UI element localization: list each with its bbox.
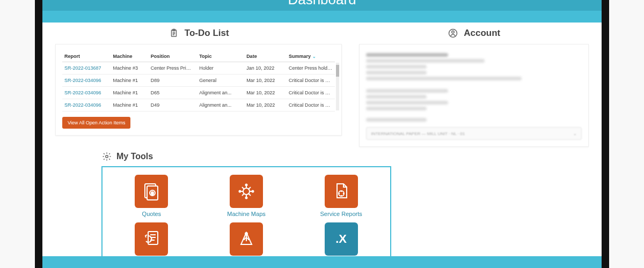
tool-label: Service Reports: [320, 211, 362, 217]
redacted-text: [366, 107, 426, 110]
todo-title: To-Do List: [185, 28, 229, 39]
tool-machine-maps[interactable]: Machine Maps: [213, 175, 281, 217]
tools-card: $ Quotes Machine Maps Service Reports: [101, 166, 391, 268]
todo-header: To-Do List: [55, 28, 342, 39]
todo-table: Report Machine Position Topic Date Summa…: [62, 51, 335, 111]
gear-icon: [101, 151, 112, 162]
report-link[interactable]: SR-2022-034096: [62, 87, 111, 99]
svg-point-6: [452, 31, 455, 34]
footer-strip: [42, 256, 602, 268]
account-title: Account: [464, 28, 500, 39]
col-summary[interactable]: Summary⌄: [287, 51, 335, 62]
table-row[interactable]: SR-2022-034096 Machine #1 D89 General Ma…: [62, 75, 335, 87]
table-row[interactable]: SR-2022-034096 Machine #1 D49 Alignment …: [62, 99, 335, 111]
report-link[interactable]: SR-2022-034096: [62, 75, 111, 87]
table-row[interactable]: SR-2022-013687 Machine #3 Center Press P…: [62, 62, 335, 75]
banner-strip: [42, 11, 602, 23]
tool-service-reports[interactable]: Service Reports: [307, 175, 375, 217]
header-bar: Dashboard: [42, 0, 602, 11]
redacted-text: [366, 101, 448, 105]
person-icon: [448, 28, 458, 39]
col-topic[interactable]: Topic: [197, 51, 244, 62]
tool-label: Quotes: [142, 211, 161, 217]
redacted-text: [366, 53, 448, 57]
svg-point-15: [239, 191, 240, 192]
chevron-down-icon: ⌄: [312, 54, 316, 59]
redacted-text: [366, 71, 426, 75]
illumenx-icon: .X: [325, 222, 358, 256]
tools-header: My Tools: [101, 151, 391, 162]
col-machine[interactable]: Machine: [111, 51, 148, 62]
report-link[interactable]: SR-2022-034096: [62, 99, 111, 111]
drawings-icon: [230, 222, 263, 256]
account-header: Account: [359, 28, 589, 39]
redacted-text: [366, 59, 485, 63]
view-all-action-items-button[interactable]: View All Open Action Items: [62, 117, 130, 129]
col-report[interactable]: Report: [62, 51, 111, 62]
service-reports-icon: [325, 175, 358, 208]
tool-quotes[interactable]: $ Quotes: [118, 175, 186, 217]
svg-point-7: [106, 155, 108, 158]
scrollbar[interactable]: [336, 63, 339, 110]
svg-point-16: [252, 191, 253, 192]
tools-title: My Tools: [116, 152, 153, 161]
quotes-icon: $: [135, 175, 168, 208]
redacted-text: [366, 89, 448, 93]
redacted-text: [366, 77, 521, 80]
account-select[interactable]: INTERNATIONAL PAPER — MILL UNIT · NL · 0…: [366, 127, 582, 140]
svg-point-14: [245, 197, 247, 199]
table-row[interactable]: SR-2022-034096 Machine #1 D65 Alignment …: [62, 87, 335, 99]
redacted-text: [366, 65, 426, 69]
clipboard-icon: [169, 28, 179, 39]
orders-icon: [135, 222, 168, 256]
redacted-text: [366, 95, 426, 99]
svg-text:$: $: [151, 191, 154, 196]
svg-point-13: [245, 184, 247, 186]
col-position[interactable]: Position: [149, 51, 197, 62]
redacted-label: [366, 118, 426, 122]
tool-label: Machine Maps: [227, 211, 266, 217]
account-card: INTERNATIONAL PAPER — MILL UNIT · NL · 0…: [359, 44, 589, 147]
page-title: Dashboard: [288, 0, 356, 8]
col-date[interactable]: Date: [244, 51, 287, 62]
machine-maps-icon: [230, 175, 263, 208]
chevron-down-icon: ⌄: [573, 131, 577, 136]
report-link[interactable]: SR-2022-013687: [62, 62, 111, 75]
